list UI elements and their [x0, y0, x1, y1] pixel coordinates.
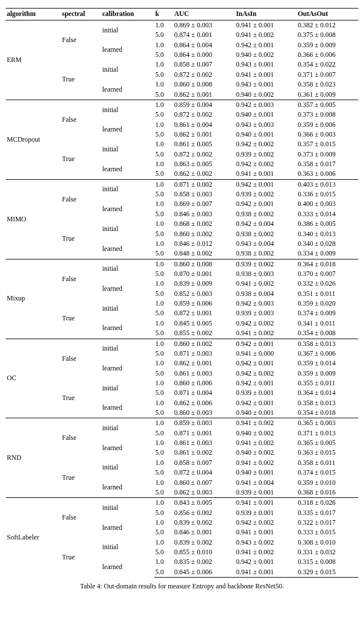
cell-auc: 0.848 ± 0.002 — [173, 249, 235, 259]
cell-k: 5.0 — [154, 70, 173, 80]
cell-k: 1.0 — [154, 378, 173, 388]
cell-outasout: 0.341 ± 0.011 — [296, 319, 358, 328]
cell-auc: 0.871 ± 0.001 — [173, 429, 235, 438]
header-row: algorithm spectral calibration k AUC InA… — [6, 9, 358, 20]
cell-auc: 0.862 ± 0.001 — [173, 130, 235, 139]
cell-spectral: False — [61, 179, 101, 219]
cell-k: 1.0 — [154, 159, 173, 169]
cell-inasin: 0.941 ± 0.004 — [235, 478, 297, 488]
cell-inasin: 0.941 ± 0.001 — [235, 567, 297, 578]
cell-outasout: 0.318 ± 0.026 — [296, 498, 358, 508]
cell-outasout: 0.358 ± 0.013 — [296, 339, 358, 349]
cell-inasin: 0.939 ± 0.002 — [235, 189, 297, 199]
cell-auc: 0.859 ± 0.006 — [173, 299, 235, 308]
cell-auc: 0.858 ± 0.007 — [173, 458, 235, 468]
cell-k: 5.0 — [154, 269, 173, 279]
cell-k: 5.0 — [154, 567, 173, 578]
cell-k: 5.0 — [154, 369, 173, 378]
cell-calibration: initial — [101, 60, 154, 80]
cell-k: 5.0 — [154, 50, 173, 60]
cell-calibration: learned — [101, 557, 154, 577]
cell-inasin: 0.939 ± 0.002 — [235, 150, 297, 159]
cell-outasout: 0.366 ± 0.003 — [296, 130, 358, 139]
cell-k: 5.0 — [154, 408, 173, 418]
cell-calibration: initial — [101, 299, 154, 319]
cell-inasin: 0.940 ± 0.001 — [235, 408, 297, 418]
cell-outasout: 0.308 ± 0.010 — [296, 538, 358, 547]
cell-spectral: False — [61, 20, 101, 60]
cell-outasout: 0.367 ± 0.006 — [296, 349, 358, 359]
cell-calibration: learned — [101, 120, 154, 140]
cell-outasout: 0.351 ± 0.011 — [296, 289, 358, 299]
cell-auc: 0.862 ± 0.001 — [173, 359, 235, 368]
col-algorithm: algorithm — [6, 9, 61, 20]
cell-outasout: 0.354 ± 0.018 — [296, 408, 358, 418]
cell-k: 5.0 — [154, 130, 173, 139]
cell-spectral: False — [61, 498, 101, 538]
cell-auc: 0.860 ± 0.006 — [173, 378, 235, 388]
cell-auc: 0.846 ± 0.012 — [173, 239, 235, 249]
cell-inasin: 0.939 ± 0.001 — [235, 488, 297, 498]
cell-outasout: 0.363 ± 0.015 — [296, 448, 358, 458]
cell-outasout: 0.403 ± 0.013 — [296, 179, 358, 189]
table-row: SoftLabelerFalseinitial1.00.843 ± 0.0050… — [6, 498, 358, 508]
cell-spectral: True — [61, 538, 101, 578]
cell-calibration: learned — [101, 80, 154, 100]
cell-inasin: 0.940 ± 0.002 — [235, 50, 297, 60]
results-table: algorithm spectral calibration k AUC InA… — [6, 8, 358, 578]
cell-outasout: 0.370 ± 0.007 — [296, 269, 358, 279]
cell-k: 1.0 — [154, 438, 173, 448]
cell-outasout: 0.358 ± 0.011 — [296, 458, 358, 468]
cell-inasin: 0.943 ± 0.002 — [235, 538, 297, 547]
cell-auc: 0.872 ± 0.004 — [173, 468, 235, 477]
cell-calibration: initial — [101, 339, 154, 359]
cell-algorithm: Mixup — [6, 259, 61, 339]
cell-outasout: 0.366 ± 0.006 — [296, 50, 358, 60]
cell-inasin: 0.941 ± 0.001 — [235, 169, 297, 179]
cell-outasout: 0.357 ± 0.005 — [296, 100, 358, 110]
cell-calibration: initial — [101, 418, 154, 438]
cell-k: 1.0 — [154, 398, 173, 408]
col-auc: AUC — [173, 9, 235, 20]
cell-inasin: 0.939 ± 0.003 — [235, 308, 297, 318]
table-body: ERMFalseinitial1.00.869 ± 0.0030.941 ± 0… — [6, 20, 358, 578]
cell-k: 1.0 — [154, 120, 173, 130]
cell-calibration: initial — [101, 20, 154, 40]
cell-k: 5.0 — [154, 429, 173, 438]
cell-k: 1.0 — [154, 518, 173, 528]
cell-k: 5.0 — [154, 388, 173, 398]
cell-auc: 0.868 ± 0.002 — [173, 219, 235, 229]
cell-spectral: False — [61, 259, 101, 299]
cell-inasin: 0.941 ± 0.002 — [235, 328, 297, 339]
cell-outasout: 0.340 ± 0.028 — [296, 239, 358, 249]
cell-inasin: 0.942 ± 0.001 — [235, 339, 297, 349]
cell-calibration: learned — [101, 398, 154, 418]
cell-algorithm: SoftLabeler — [6, 498, 61, 578]
cell-inasin: 0.941 ± 0.002 — [235, 547, 297, 557]
cell-auc: 0.862 ± 0.002 — [173, 169, 235, 179]
cell-k: 1.0 — [154, 80, 173, 89]
cell-calibration: learned — [101, 478, 154, 498]
cell-auc: 0.861 ± 0.003 — [173, 369, 235, 378]
cell-auc: 0.858 ± 0.007 — [173, 60, 235, 69]
cell-inasin: 0.938 ± 0.002 — [235, 229, 297, 239]
table-row: MixupFalseinitial1.00.860 ± 0.0080.939 ±… — [6, 259, 358, 269]
cell-auc: 0.839 ± 0.009 — [173, 279, 235, 289]
cell-k: 1.0 — [154, 239, 173, 249]
cell-inasin: 0.941 ± 0.002 — [235, 418, 297, 429]
table-row: ERMFalseinitial1.00.869 ± 0.0030.941 ± 0… — [6, 20, 358, 31]
cell-spectral: False — [61, 418, 101, 458]
cell-auc: 0.839 ± 0.002 — [173, 518, 235, 528]
cell-k: 5.0 — [154, 508, 173, 518]
cell-k: 1.0 — [154, 299, 173, 308]
cell-calibration: initial — [101, 458, 154, 478]
cell-inasin: 0.942 ± 0.001 — [235, 179, 297, 189]
cell-outasout: 0.329 ± 0.015 — [296, 567, 358, 578]
cell-outasout: 0.375 ± 0.008 — [296, 30, 358, 40]
cell-inasin: 0.941 ± 0.001 — [235, 20, 297, 31]
cell-inasin: 0.938 ± 0.002 — [235, 209, 297, 219]
cell-inasin: 0.940 ± 0.001 — [235, 110, 297, 120]
cell-auc: 0.871 ± 0.002 — [173, 179, 235, 189]
cell-outasout: 0.364 ± 0.018 — [296, 259, 358, 269]
table-row: OCFalseinitial1.00.860 ± 0.0020.942 ± 0.… — [6, 339, 358, 349]
